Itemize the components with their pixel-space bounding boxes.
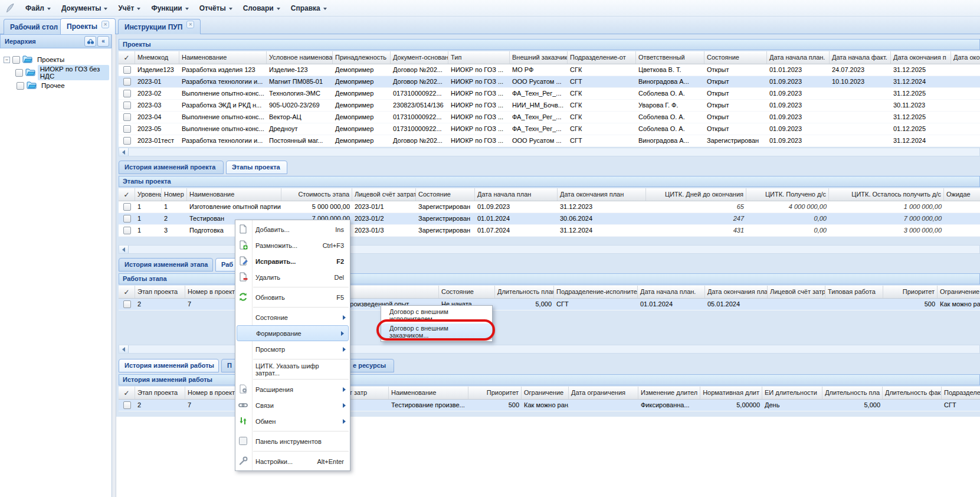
row-checkbox[interactable] (123, 300, 131, 308)
projects-hscrollbar[interactable] (119, 148, 980, 156)
close-icon[interactable]: ✕ (186, 21, 194, 28)
menu-item-связи[interactable]: Связи (235, 397, 350, 413)
column-header[interactable]: Дата начала факт. (830, 51, 891, 64)
tree-node-projects[interactable]: − Проекты (4, 53, 109, 66)
menu-dictionaries[interactable]: Словари (238, 2, 286, 15)
column-header[interactable]: ЦИТК. Получено д/с (746, 188, 829, 201)
menu-item-удалить[interactable]: УдалитьDel (235, 269, 350, 285)
column-header[interactable]: Подразделение (942, 387, 980, 399)
column-header[interactable]: Дата окончания п (891, 51, 951, 64)
column-header[interactable]: Наименование (187, 188, 281, 201)
column-header[interactable]: Ответственный (636, 51, 704, 64)
column-header[interactable]: ✓ (119, 387, 135, 399)
column-header[interactable]: Дата окончания план (558, 188, 646, 201)
table-row[interactable]: Изделие123Разработка изделия 123Изделие-… (119, 64, 980, 76)
column-header[interactable]: Номер в проекте (185, 387, 238, 399)
column-header[interactable]: Приоритет (883, 286, 938, 298)
table-row[interactable]: 2023-03Разработка ЭКД и РКД н...905-U020… (119, 100, 980, 112)
row-checkbox[interactable] (123, 227, 131, 234)
menu-item-обновить[interactable]: ОбновитьF5 (235, 289, 350, 305)
menu-item-формирование[interactable]: Формирование (237, 325, 349, 341)
column-header[interactable]: Этап проекта (135, 286, 185, 298)
sidebar-splitter[interactable] (112, 34, 116, 497)
table-row[interactable]: 2023-05Выполнение опытно-конс...Дредноут… (119, 123, 980, 135)
menu-item-панель-инструментов[interactable]: Панель инструментов (235, 433, 350, 449)
column-header[interactable]: Дата начала план. (767, 51, 830, 64)
column-header[interactable]: ЦИТК. Дней до окончания (646, 188, 746, 201)
column-header[interactable]: Ожидае (944, 188, 980, 201)
row-checkbox[interactable] (123, 90, 131, 97)
row-checkbox[interactable] (123, 125, 131, 133)
row-checkbox[interactable] (123, 66, 131, 74)
node-checkbox[interactable] (17, 82, 24, 90)
collapse-panel-icon[interactable]: « (97, 36, 109, 47)
column-header[interactable]: Наименование (179, 51, 267, 64)
row-checkbox[interactable] (123, 102, 131, 109)
column-header[interactable]: Типовая работа (825, 286, 883, 298)
menu-item-исправить-[interactable]: Исправить...F2 (235, 253, 350, 269)
column-header[interactable]: ✓ (119, 188, 135, 201)
column-header[interactable]: Состояние (416, 188, 475, 201)
row-checkbox[interactable] (123, 215, 131, 223)
column-header[interactable]: Длительность план (495, 286, 554, 298)
column-header[interactable]: Длительность фак (883, 387, 942, 399)
column-header[interactable]: Дата начала план. (638, 286, 705, 298)
tab-stage-history[interactable]: История изменений этапа (119, 258, 213, 272)
scroll-left-icon[interactable] (119, 345, 129, 353)
column-header[interactable]: Дата начала план (475, 188, 558, 201)
column-header[interactable]: Внешний заказчик (510, 51, 568, 64)
column-header[interactable]: Состояние (704, 51, 767, 64)
column-header[interactable]: Изменение длител (638, 387, 700, 399)
column-header[interactable]: Дата ограничения (569, 387, 638, 399)
tab-desktop[interactable]: Рабочий стол (4, 19, 64, 34)
table-row[interactable]: 2023-01тестРазработка технологии и...Пос… (119, 135, 980, 147)
menu-functions[interactable]: Функции (146, 2, 194, 15)
row-checkbox[interactable] (123, 113, 131, 121)
menu-item-размножить-[interactable]: Размножить...Ctrl+F3 (235, 237, 350, 253)
menu-item-добавить-[interactable]: Добавить...Ins (235, 221, 350, 237)
column-header[interactable]: Ограничение (938, 286, 980, 298)
column-header[interactable]: Принадлежность (333, 51, 391, 64)
row-checkbox[interactable] (123, 137, 131, 145)
tree-node-other[interactable]: Прочее (4, 79, 109, 92)
table-row[interactable]: 11Изготовление опытной партии ПМ0...5 00… (119, 201, 980, 213)
column-header[interactable]: Тип (448, 51, 510, 64)
column-header[interactable]: ЦИТК. Осталось получить д/с (829, 188, 944, 201)
tab-project-history[interactable]: История изменений проекта (119, 161, 224, 174)
scroll-left-icon[interactable] (119, 148, 129, 156)
table-row[interactable]: 2023-01Разработка технологии и...Магнит … (119, 76, 980, 88)
column-header[interactable]: Номер (162, 188, 187, 201)
menu-item-состояние[interactable]: Состояние (235, 309, 350, 325)
column-header[interactable]: Документ-основан (391, 51, 448, 64)
column-header[interactable]: Дата окончани (951, 51, 980, 64)
column-header[interactable]: ✓ (119, 286, 135, 298)
column-header[interactable]: Нормативная длит (700, 387, 762, 399)
menu-reports[interactable]: Отчёты (194, 2, 238, 15)
menu-accounting[interactable]: Учёт (113, 2, 146, 15)
tree-node-niokr[interactable]: НИОКР по ГОЗ без НДС (4, 66, 109, 79)
node-checkbox[interactable] (15, 69, 23, 77)
tab-work-resources[interactable]: е ресурсы (347, 359, 394, 372)
tab-instructions[interactable]: Инструкции ПУП✕ (118, 19, 201, 34)
menu-item-обмен[interactable]: Обмен (235, 413, 350, 429)
column-header[interactable]: Лицевой счёт затрат. (352, 188, 416, 201)
menu-item-расширения[interactable]: Расширения (235, 381, 350, 397)
table-row[interactable]: 2023-02Выполнение опытно-конс...Технолог… (119, 88, 980, 100)
column-header[interactable]: Дата окончания план (705, 286, 768, 298)
tab-project-stages[interactable]: Этапы проекта (226, 161, 287, 174)
column-header[interactable]: Длительность пла (822, 387, 883, 399)
column-header[interactable]: Мнемокод (135, 51, 179, 64)
column-header[interactable]: Наименование (389, 387, 468, 399)
search-icon[interactable] (84, 36, 96, 47)
menu-help[interactable]: Справка (286, 2, 332, 15)
menu-file[interactable]: Файл (20, 2, 56, 15)
column-header[interactable]: Уровень (135, 188, 162, 201)
column-header[interactable]: Подразделение-от (568, 51, 636, 64)
scroll-left-icon[interactable] (119, 246, 129, 253)
column-header[interactable]: Стоимость этапа (281, 188, 352, 201)
tab-projects[interactable]: Проекты✕ (60, 18, 116, 34)
table-row[interactable]: 2023-04Выполнение опытно-конс...Вектор-А… (119, 112, 980, 123)
column-header[interactable]: Состояние (439, 286, 495, 298)
tab-work-history[interactable]: История изменений работы (119, 359, 219, 372)
column-header[interactable]: ✓ (119, 51, 135, 64)
